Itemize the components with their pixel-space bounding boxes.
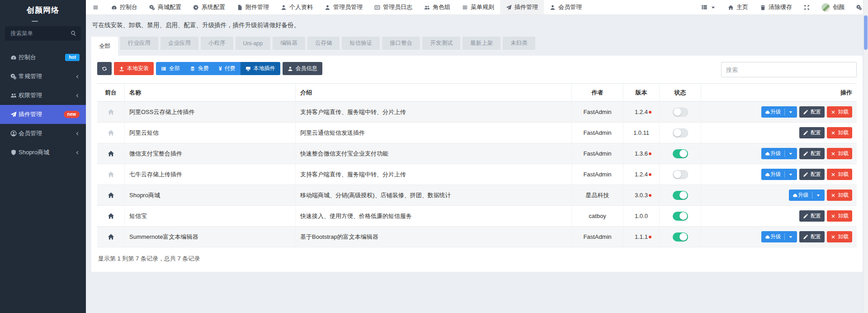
tab-uncategorized[interactable]: 未归类 <box>503 37 535 50</box>
tab-newest[interactable]: 最新上架 <box>462 37 500 50</box>
sidebar-item-auth[interactable]: 权限管理 <box>0 86 86 105</box>
topnav-item-mall-config[interactable]: 商城配置 <box>143 0 187 14</box>
topnav-item-member[interactable]: 会员管理 <box>544 0 588 14</box>
config-button[interactable]: 配置 <box>799 148 825 159</box>
status-toggle[interactable] <box>673 232 688 242</box>
frontend-home-icon[interactable] <box>108 150 114 157</box>
tab-industry[interactable]: 行业应用 <box>120 37 158 50</box>
config-button[interactable]: 配置 <box>799 106 825 118</box>
table-row: Shopro商城 移动端商城、分销(高级授权)、店铺装修、拼团、数据统计 星品科… <box>97 185 857 206</box>
uninstall-button[interactable]: 卸载 <box>827 169 852 180</box>
uninstall-button[interactable]: 卸载 <box>827 231 852 242</box>
status-toggle[interactable] <box>673 212 688 221</box>
upgrade-button[interactable]: 升级 <box>761 169 797 180</box>
config-button[interactable]: 配置 <box>799 127 825 138</box>
tab-sms-verify[interactable]: 短信验证 <box>342 37 380 50</box>
frontend-home-icon[interactable] <box>108 192 114 199</box>
filter-local-button[interactable]: 本地插件 <box>241 62 280 75</box>
sidebar-item-member[interactable]: 会员管理 <box>0 124 86 143</box>
config-label: 配置 <box>811 150 821 157</box>
user-menu[interactable]: 创颜 <box>816 0 850 14</box>
tab-miniapp[interactable]: 小程序 <box>201 37 233 50</box>
topnav-item-menu-rule[interactable]: 菜单规则 <box>456 0 500 14</box>
upgrade-button[interactable]: 升级 <box>761 231 797 242</box>
desktop-icon <box>245 66 251 71</box>
tabs-dropdown-button[interactable] <box>695 0 722 14</box>
hamburger-icon <box>93 5 99 10</box>
topnav-label: 菜单规则 <box>471 3 494 11</box>
plugin-version: 1.3.6 <box>635 150 648 157</box>
plugin-name: Shopro商城 <box>124 185 295 205</box>
filter-paid-label: 付费 <box>225 65 236 72</box>
home-label: 主页 <box>736 3 748 11</box>
config-button[interactable]: 配置 <box>799 231 825 242</box>
status-toggle[interactable] <box>673 149 688 158</box>
frontend-home-icon[interactable] <box>108 129 114 136</box>
update-dot <box>649 173 651 176</box>
uninstall-label: 卸载 <box>838 129 849 136</box>
member-info-button[interactable]: 会员信息 <box>283 62 322 75</box>
user-icon <box>325 5 330 10</box>
config-button[interactable]: 配置 <box>799 169 825 180</box>
topnav-item-admin-log[interactable]: 管理员日志 <box>368 0 418 14</box>
sidebar-item-shopro[interactable]: Shopro商城 <box>0 143 86 162</box>
config-button[interactable]: 配置 <box>799 210 825 222</box>
uninstall-button[interactable]: 卸载 <box>827 106 852 118</box>
sidebar-item-label: 控制台 <box>19 53 65 62</box>
topnav-item-system-config[interactable]: 系统配置 <box>187 0 231 14</box>
plugin-table: 前台 名称 介绍 作者 版本 状态 操作 阿里OSS云存储上传插件 支持客户端直… <box>97 83 857 247</box>
uninstall-button[interactable]: 卸载 <box>827 148 852 159</box>
home-link[interactable]: 主页 <box>722 0 754 14</box>
upgrade-button[interactable]: 升级 <box>761 106 797 118</box>
frontend-home-icon[interactable] <box>108 171 114 178</box>
status-toggle[interactable] <box>673 128 688 138</box>
topnav-item-role-group[interactable]: 角色组 <box>418 0 456 14</box>
filter-free-button[interactable]: 免费 <box>185 62 214 75</box>
status-toggle[interactable] <box>673 108 688 117</box>
topnav-item-addon[interactable]: 插件管理 <box>500 0 544 14</box>
uninstall-button[interactable]: 卸载 <box>827 190 852 201</box>
sidebar-item-general[interactable]: 常规管理 <box>0 67 86 86</box>
local-install-button[interactable]: 本地安装 <box>114 62 154 75</box>
table-row: 阿里OSS云存储上传插件 支持客户端直传、服务端中转、分片上传 FastAdmi… <box>97 102 857 123</box>
frontend-home-icon[interactable] <box>108 109 114 115</box>
topnav-item-attachment[interactable]: 附件管理 <box>231 0 275 14</box>
user-icon <box>281 5 287 10</box>
sidebar-toggle-button[interactable] <box>86 0 105 14</box>
status-toggle[interactable] <box>673 170 688 179</box>
sidebar-item-dashboard[interactable]: 控制台 hot <box>0 48 86 67</box>
refresh-button[interactable] <box>97 62 112 75</box>
frontend-home-icon[interactable] <box>108 213 114 219</box>
tab-dev-test[interactable]: 开发测试 <box>422 37 460 50</box>
menu-search-input[interactable] <box>5 26 81 41</box>
table-search-input[interactable] <box>721 62 857 77</box>
uninstall-button[interactable]: 卸载 <box>827 210 852 222</box>
sidebar-item-label: 权限管理 <box>19 91 75 100</box>
scrollbar-thumb[interactable] <box>864 15 868 50</box>
upgrade-button[interactable]: 升级 <box>789 190 825 201</box>
tab-all[interactable]: 全部 <box>91 37 118 56</box>
scrollbar-track[interactable] <box>863 0 868 313</box>
uninstall-button[interactable]: 卸载 <box>827 127 852 138</box>
filter-all-button[interactable]: 全部 <box>156 62 185 75</box>
clear-cache-button[interactable]: 清除缓存 <box>754 0 798 14</box>
status-toggle[interactable] <box>673 191 688 200</box>
fullscreen-button[interactable] <box>798 0 816 14</box>
tab-enterprise[interactable]: 企业应用 <box>160 37 198 50</box>
plugin-name: 七牛云存储上传插件 <box>124 164 295 185</box>
tab-cloud-storage[interactable]: 云存储 <box>307 37 340 50</box>
topnav-item-profile[interactable]: 个人资料 <box>275 0 319 14</box>
topnav-item-dashboard[interactable]: 控制台 <box>105 0 143 14</box>
header-version: 版本 <box>623 84 659 101</box>
frontend-home-icon[interactable] <box>108 233 114 240</box>
tab-uniapp[interactable]: Uni-app <box>236 37 271 50</box>
users-icon <box>424 5 430 10</box>
filter-paid-button[interactable]: ¥ 付费 <box>214 62 241 75</box>
sidebar-item-addon[interactable]: 插件管理 new <box>0 105 86 124</box>
tab-editor[interactable]: 编辑器 <box>273 37 305 50</box>
tab-api[interactable]: 接口整合 <box>382 37 420 50</box>
topnav-item-admin[interactable]: 管理员管理 <box>319 0 368 14</box>
upgrade-button[interactable]: 升级 <box>761 148 797 159</box>
plugin-version: 1.0.0 <box>635 213 648 219</box>
pencil-icon <box>803 151 808 156</box>
